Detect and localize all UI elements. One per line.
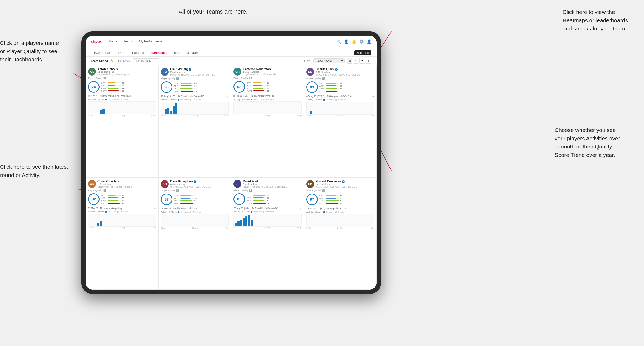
chart-bar: [243, 218, 245, 226]
bar-row: OTT 82: [174, 194, 229, 197]
verified-badge: ✓: [335, 68, 338, 71]
tab-hcaps[interactable]: Hcaps 1-5: [128, 51, 147, 56]
quality-circle[interactable]: 85: [233, 193, 245, 205]
edit-team-icon[interactable]: ✏️: [111, 59, 114, 62]
bar-row: OTT 61: [247, 82, 302, 84]
chart-bar: [102, 109, 105, 114]
round-arrow[interactable]: →: [372, 207, 375, 210]
show-select[interactable]: Player Activity Quality Score Trend: [313, 58, 345, 63]
latest-round[interactable]: 03 Mar 23 | 19, Must make putting →: [88, 206, 156, 210]
latest-round[interactable]: 07 Aug 23 | 77 (+7), St George's Hill GC…: [306, 94, 374, 98]
chart-bar: [235, 223, 237, 226]
quality-circle[interactable]: 87: [161, 194, 172, 205]
nav-teams[interactable]: Teams: [123, 40, 133, 43]
quality-section[interactable]: 83 OTT 77 APP 80 ARG 83 PUTT: [306, 81, 374, 93]
player-header[interactable]: DB Dave Billingham ✓ Plus Handicap Sag M…: [161, 180, 229, 188]
quality-section[interactable]: 87 OTT 73 APP 79 ARG 103 PUTT: [306, 194, 374, 205]
player-name[interactable]: Blair McHarg ✓: [170, 67, 229, 71]
player-name[interactable]: Edward Crossman ✓: [316, 180, 374, 183]
off-course-legend: [190, 211, 191, 213]
player-name[interactable]: Cameron Robertson: [243, 67, 302, 71]
verified-badge: ✓: [194, 180, 196, 183]
player-header[interactable]: AN Aaron Nicholls 11-15 Handicap Drift G…: [88, 67, 156, 76]
quality-section[interactable]: 74 OTT 60 APP 58 ARG 84 PUTT: [88, 81, 156, 93]
round-arrow[interactable]: →: [227, 95, 229, 98]
player-name[interactable]: Dave Billingham ✓: [170, 180, 229, 183]
player-name[interactable]: Aaron Nicholls: [97, 67, 156, 71]
quality-section[interactable]: 85 OTT 89 APP 80 ARG 83 PUTT: [233, 193, 302, 205]
round-arrow[interactable]: →: [154, 95, 156, 97]
quality-section[interactable]: 93 OTT 84 APP 85 ARG 88 PUTT: [161, 81, 229, 93]
on-course-label: On course: [108, 99, 116, 100]
tab-all-players[interactable]: All Players: [183, 51, 202, 56]
latest-round[interactable]: 26 Aug 23 | 73 (+1), Royal North Devon G…: [161, 94, 229, 98]
player-header[interactable]: BM Blair McHarg ✓ Plus Handicap Royal No…: [161, 67, 229, 76]
settings-icon[interactable]: ⚙️: [359, 39, 364, 44]
player-handicap: Plus Handicap: [243, 183, 302, 185]
sort-button[interactable]: ↕: [366, 58, 371, 64]
player-handicap: Plus Handicap: [170, 71, 229, 73]
list-view-button[interactable]: ≡: [353, 58, 359, 64]
bar-row: ARG 85: [174, 200, 229, 202]
round-arrow[interactable]: →: [299, 95, 302, 97]
player-header[interactable]: DF David Ford Plus Handicap Royal North …: [233, 180, 302, 188]
player-header[interactable]: CR Chris Robertson 1-5 Handicap Craigmil…: [88, 180, 156, 188]
player-club: Sunningdale Golf Club, United Kingdom: [316, 186, 374, 188]
tabs-row: PGAT Players PGA Hcaps 1-5 Team Clippd T…: [86, 47, 377, 57]
grid-view-button[interactable]: ⊞: [347, 58, 352, 64]
player-name[interactable]: David Ford: [243, 180, 302, 183]
tab-pgat[interactable]: PGAT Players: [91, 51, 115, 56]
on-course-legend: [178, 211, 179, 213]
nav-performance[interactable]: My Performance: [139, 40, 162, 43]
on-course-label: On course: [180, 99, 189, 101]
round-arrow[interactable]: →: [227, 207, 229, 210]
player-header[interactable]: CQ Charlie Quick ✓ 6-10 Handicap St. Geo…: [306, 67, 374, 76]
round-arrow[interactable]: →: [299, 207, 302, 210]
latest-round[interactable]: 02 Sep 23 | Sunrise round to get back in…: [88, 94, 156, 97]
player-handicap: 6-10 Handicap: [316, 71, 374, 73]
activity-title: Activity · 1 Month: [306, 99, 322, 101]
player-name[interactable]: Chris Robertson: [97, 180, 156, 183]
on-course-label: On course: [326, 99, 334, 101]
latest-round[interactable]: 02 Jul 23 | 59 (+17), Craigmillar Park G…: [233, 94, 302, 97]
search-icon[interactable]: 🔍: [336, 39, 341, 44]
player-club: Sag Maging Golf Club, United Kingdom: [170, 186, 229, 188]
quality-section[interactable]: 68 OTT 61 APP 63 ARG 75 PUTT: [233, 81, 302, 93]
round-text: 02 Sep 23 | Sunrise round to get back in…: [88, 95, 136, 97]
quality-circle[interactable]: 74: [88, 81, 100, 93]
add-team-button[interactable]: Add Team: [354, 50, 371, 55]
quality-circle[interactable]: 83: [306, 81, 318, 93]
off-course-legend: [190, 99, 191, 101]
bar-row: PUTT 95: [174, 90, 229, 92]
latest-round[interactable]: 19 Jul 23 | 74 (+4), Sunningdale GC - Ol…: [306, 206, 374, 210]
nav-home[interactable]: Home: [109, 40, 117, 43]
bar-row: APP 80: [247, 197, 302, 199]
player-name[interactable]: Charlie Quick ✓: [316, 67, 374, 71]
latest-round[interactable]: 26 Aug 23 | 84 (+12), Royal North Devon …: [233, 206, 302, 210]
quality-circle[interactable]: 82: [88, 193, 100, 205]
quality-section[interactable]: 82 OTT 60 APP 77 ARG 81 PUTT: [88, 193, 156, 205]
activity-title: Activity · 1 Month: [161, 99, 177, 101]
quality-section[interactable]: 87 OTT 82 APP 74 ARG 85 PUTT: [161, 194, 229, 205]
bell-icon[interactable]: 🔔: [352, 39, 356, 44]
quality-circle[interactable]: 68: [233, 81, 245, 93]
tab-team-clippd[interactable]: Team Clippd: [147, 51, 170, 56]
filter-input[interactable]: [133, 58, 159, 63]
on-course-legend: [323, 99, 325, 101]
avatar-icon[interactable]: 👤: [367, 39, 371, 44]
tab-tour[interactable]: Tour: [170, 51, 182, 56]
player-header[interactable]: EC Edward Crossman ✓ 1-5 Handicap Sunnin…: [306, 180, 374, 188]
player-info: Cameron Robertson 11-15 Handicap Royal P…: [243, 67, 302, 76]
latest-round[interactable]: 04 Sep 23 | Mobility with coach, Gym →: [161, 206, 229, 210]
quality-circle[interactable]: 87: [306, 194, 318, 205]
chart-bar: [173, 106, 175, 114]
tab-pga[interactable]: PGA: [115, 51, 128, 56]
round-arrow[interactable]: →: [154, 207, 156, 210]
quality-circle[interactable]: 93: [161, 81, 172, 93]
round-arrow[interactable]: →: [372, 95, 375, 98]
bar-row: ARG 83: [247, 199, 302, 202]
bar-row: APP 74: [174, 197, 229, 199]
filter-button[interactable]: ▼: [359, 58, 365, 64]
user-icon[interactable]: 👤: [344, 39, 349, 44]
player-header[interactable]: CR Cameron Robertson 11-15 Handicap Roya…: [233, 67, 302, 76]
